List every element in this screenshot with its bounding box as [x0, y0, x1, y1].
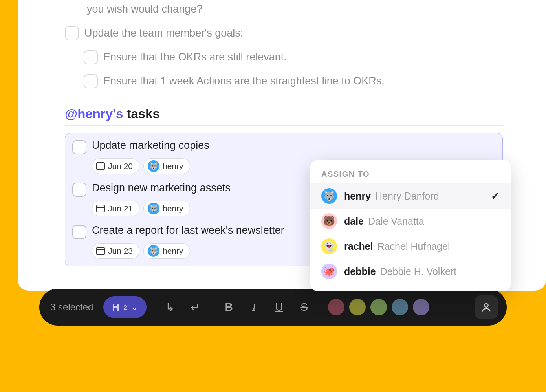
checklist-text: Ensure that the OKRs are still relevant. [103, 49, 287, 65]
assignee-chip[interactable]: 🐺 henry [143, 201, 190, 216]
assignee-chip[interactable]: 🐺 henry [143, 158, 190, 174]
checkbox[interactable] [65, 26, 79, 40]
fullname: Henry Danford [375, 191, 439, 201]
popup-header: ASSIGN TO [310, 170, 511, 183]
color-swatch[interactable] [392, 299, 408, 315]
outdent-button[interactable]: ↵ [185, 297, 205, 317]
date-text: Jun 21 [108, 204, 133, 213]
avatar-icon: 🐺 [148, 203, 159, 214]
date-text: Jun 20 [108, 161, 133, 171]
checklist-text: Update the team member's goals: [84, 26, 243, 41]
assign-option[interactable]: 🐺 henry Henry Danford ✓ [310, 183, 511, 209]
indent-icon: ↳ [165, 301, 174, 314]
task-checkbox[interactable] [72, 140, 86, 154]
assignee-name: henry [163, 246, 183, 256]
checklist-item: Ensure that 1 week Actions are the strai… [65, 73, 503, 89]
assign-option[interactable]: 🐻 dale Dale Vanatta [310, 209, 511, 234]
color-swatch[interactable] [349, 299, 366, 315]
assignee-name: henry [163, 204, 183, 213]
color-swatch[interactable] [413, 299, 429, 315]
user-mention[interactable]: @henry's [65, 106, 123, 121]
assign-popup: ASSIGN TO 🐺 henry Henry Danford ✓ 🐻 dale… [310, 160, 511, 291]
task-checkbox[interactable] [72, 225, 86, 239]
italic-icon: I [252, 301, 256, 313]
checkbox[interactable] [84, 50, 98, 64]
assign-option[interactable]: 👻 rachel Rachel Hufnagel [310, 234, 511, 259]
heading-label: H [112, 301, 119, 313]
assignee-chip[interactable]: 🐺 henry [143, 243, 190, 259]
heading-text: tasks [123, 106, 160, 121]
avatar-icon: 🐻 [321, 213, 337, 229]
fullname: Rachel Hufnagel [377, 241, 450, 252]
outdent-icon: ↵ [191, 301, 200, 314]
checklist-item: Ensure that the OKRs are still relevant. [65, 49, 503, 65]
strike-button[interactable]: S [294, 297, 315, 317]
fullname: Debbie H. Volkert [380, 266, 457, 277]
check-icon: ✓ [491, 190, 500, 202]
avatar-icon: 🐺 [148, 160, 159, 172]
calendar-icon [96, 247, 105, 255]
username: dale [344, 216, 364, 227]
checklist-text: Ensure that 1 week Actions are the strai… [103, 73, 385, 89]
task-title: Update marketing copies [92, 139, 209, 152]
username: debbie [344, 266, 376, 277]
svg-point-0 [484, 304, 488, 307]
avatar-icon: 🐙 [321, 264, 337, 279]
task-title: Design new marketing assets [92, 182, 231, 194]
heading-picker[interactable]: H2 ⌄ [103, 296, 146, 318]
avatar-icon: 👻 [321, 238, 337, 254]
date-chip[interactable]: Jun 21 [92, 201, 139, 216]
task-title: Create a report for last week's newslett… [92, 224, 284, 236]
calendar-icon [96, 162, 105, 170]
date-text: Jun 23 [108, 246, 133, 256]
indent-button[interactable]: ↳ [160, 297, 180, 317]
selection-count: 3 selected [48, 302, 99, 313]
calendar-icon [96, 205, 105, 212]
text-line: you wish would change? [65, 0, 503, 17]
italic-button[interactable]: I [244, 297, 264, 317]
underline-button[interactable]: U [269, 297, 289, 317]
username: rachel [344, 241, 373, 252]
avatar-icon: 🐺 [321, 188, 337, 204]
person-icon [481, 302, 492, 313]
chevron-down-icon: ⌄ [131, 302, 138, 312]
color-swatch[interactable] [370, 299, 387, 315]
assignee-name: henry [163, 161, 183, 171]
color-swatch[interactable] [328, 299, 344, 315]
underline-icon: U [275, 301, 283, 313]
assign-button[interactable] [475, 295, 498, 319]
date-chip[interactable]: Jun 23 [92, 243, 139, 259]
bold-icon: B [225, 301, 233, 313]
assign-option[interactable]: 🐙 debbie Debbie H. Volkert [310, 259, 511, 284]
task-checkbox[interactable] [72, 183, 86, 197]
fullname: Dale Vanatta [368, 216, 424, 227]
section-heading: @henry's tasks [65, 106, 503, 126]
strike-icon: S [300, 301, 308, 313]
avatar-icon: 🐺 [148, 245, 159, 257]
floating-toolbar: 3 selected H2 ⌄ ↳ ↵ B I U S [39, 289, 507, 326]
text: you wish would change? [87, 2, 202, 17]
checkbox[interactable] [84, 74, 98, 88]
date-chip[interactable]: Jun 20 [92, 158, 139, 174]
heading-level: 2 [123, 302, 127, 312]
username: henry [344, 191, 371, 201]
checklist-item: Update the team member's goals: [65, 26, 503, 41]
bold-button[interactable]: B [219, 297, 239, 317]
